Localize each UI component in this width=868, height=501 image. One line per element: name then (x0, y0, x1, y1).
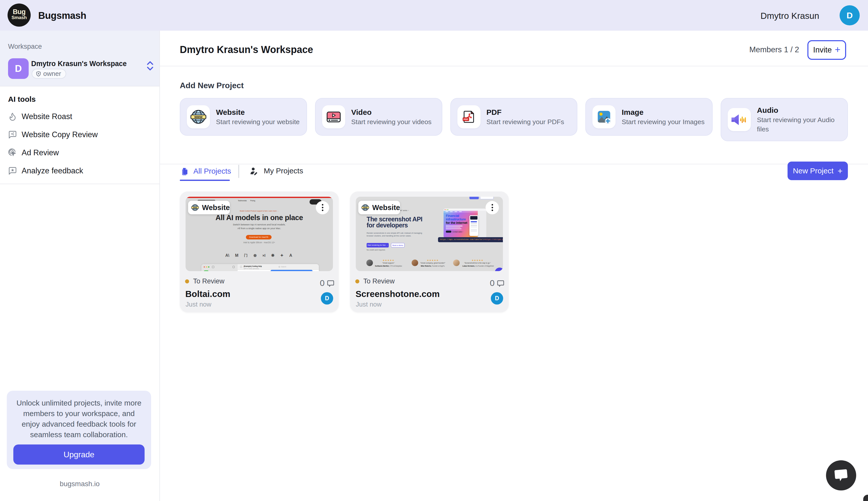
svg-text:PDF: PDF (463, 118, 468, 120)
svg-text:www: www (194, 115, 203, 119)
svg-text:www: www (193, 207, 197, 209)
svg-text:www: www (363, 207, 368, 209)
